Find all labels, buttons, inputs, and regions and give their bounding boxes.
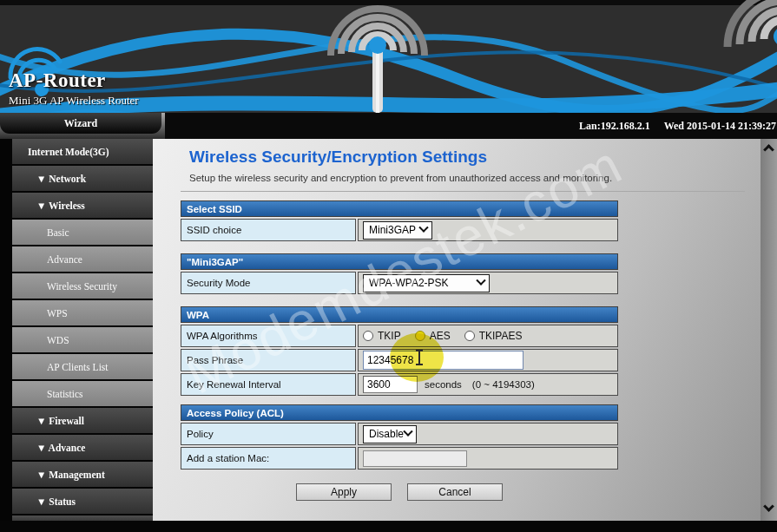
sidebar-item-wireless-security[interactable]: Wireless Security (12, 273, 153, 299)
radio-tkip-icon[interactable] (363, 331, 373, 341)
section-acl: Access Policy (ACL) Policy Disable Add a… (181, 404, 618, 470)
key-renewal-label: Key Renewal Interval (181, 373, 356, 396)
sidebar-item-statistics[interactable]: Statistics (12, 381, 153, 406)
ssid-choice-label: SSID choice (181, 219, 356, 241)
row-pass-phrase: Pass Phrase (181, 349, 618, 371)
section-wpa: WPA WPA Algorithms TKIP AES (181, 306, 618, 396)
row-ssid-choice: SSID choice Mini3GAP (181, 219, 618, 241)
radio-option-tkipaes[interactable]: TKIPAES (464, 330, 523, 342)
main-content: Wireless Security/Encryption Settings Se… (153, 139, 761, 521)
key-renewal-input[interactable] (363, 376, 418, 393)
sidebar-item-ap-clients-list[interactable]: AP Clients List (12, 354, 153, 379)
sidebar-item-wds[interactable]: WDS (12, 327, 153, 352)
cancel-button[interactable]: Cancel (407, 483, 503, 501)
row-policy: Policy Disable (181, 423, 618, 445)
station-mac-input[interactable] (363, 450, 467, 467)
tab-wizard[interactable]: Wizard (0, 113, 161, 134)
body: Internet Mode(3G) ▼ Network ▼ Wireless B… (0, 139, 777, 521)
chevron-down-icon (476, 276, 485, 286)
radio-tkip-label: TKIP (378, 330, 401, 342)
status-bar: Lan:192.168.2.1 Wed 2015-01-14 21:39:27 (165, 113, 777, 139)
section-ssid-name: "Mini3GAP" Security Mode WPA-WPA2-PSK (181, 253, 618, 294)
lan-ip-text: Lan:192.168.2.1 (579, 120, 650, 133)
sidebar-item-wireless[interactable]: ▼ Wireless (12, 193, 153, 218)
row-station-mac: Add a station Mac: (181, 447, 618, 470)
chevron-down-icon (418, 223, 428, 233)
security-mode-label: Security Mode (181, 272, 356, 294)
brand-block: AP-Router Mini 3G AP Wireless Router (9, 69, 139, 108)
sidebar-item-wps[interactable]: WPS (12, 300, 153, 325)
radio-tkipaes-label: TKIPAES (479, 330, 523, 342)
pass-phrase-input[interactable] (363, 351, 523, 370)
pass-phrase-label: Pass Phrase (181, 349, 356, 371)
sidebar-item-advance-sub[interactable]: Advance (12, 246, 153, 272)
section-header-select-ssid: Select SSID (181, 200, 618, 217)
section-header-acl: Access Policy (ACL) (181, 404, 618, 421)
page-title: Wireless Security/Encryption Settings (189, 148, 761, 167)
wpa-algorithms-label: WPA Algorithms (181, 325, 356, 347)
policy-selected-value: Disable (369, 428, 404, 440)
key-renewal-range: (0 ~ 4194303) (472, 379, 535, 390)
footer-strip (0, 521, 777, 532)
router-admin-page: AP-Router Mini 3G AP Wireless Router Wiz… (0, 0, 777, 532)
ssid-choice-select[interactable]: Mini3GAP (363, 221, 432, 240)
text-cursor-icon (415, 350, 424, 365)
button-row: Apply Cancel (296, 483, 761, 501)
sidebar-item-network[interactable]: ▼ Network (12, 166, 153, 191)
key-renewal-unit: seconds (425, 379, 462, 390)
brand-subtitle: Mini 3G AP Wireless Router (9, 94, 139, 108)
page-description: Setup the wireless security and encrypti… (189, 173, 761, 183)
apply-button[interactable]: Apply (296, 483, 392, 501)
sidebar-item-management[interactable]: ▼ Management (12, 462, 153, 487)
section-header-ssid-name: "Mini3GAP" (181, 253, 618, 270)
scroll-down-icon[interactable] (763, 501, 774, 512)
sidebar-item-firewall[interactable]: ▼ Firewall (12, 408, 153, 433)
tab-strip: Wizard (0, 113, 165, 139)
radio-tkipaes-icon[interactable] (464, 331, 475, 341)
row-key-renewal: Key Renewal Interval seconds (0 ~ 419430… (181, 373, 618, 396)
row-security-mode: Security Mode WPA-WPA2-PSK (181, 272, 618, 294)
policy-select[interactable]: Disable (363, 425, 417, 443)
brand-title: AP-Router (9, 69, 139, 92)
divider-line (181, 191, 745, 192)
sidebar-item-basic[interactable]: Basic (12, 220, 153, 245)
section-header-wpa: WPA (181, 306, 618, 323)
radio-option-tkip[interactable]: TKIP (363, 330, 401, 342)
topbar: Wizard Lan:192.168.2.1 Wed 2015-01-14 21… (0, 113, 777, 139)
wpa-algorithms-radio-group: TKIP AES TKIPAES (363, 330, 522, 342)
datetime-text: Wed 2015-01-14 21:39:27 (664, 120, 776, 133)
radio-aes-icon[interactable] (415, 331, 425, 341)
security-mode-selected-value: WPA-WPA2-PSK (369, 277, 449, 289)
radio-aes-label: AES (430, 330, 451, 342)
security-mode-select[interactable]: WPA-WPA2-PSK (363, 274, 490, 292)
row-wpa-algorithms: WPA Algorithms TKIP AES (181, 325, 618, 347)
vertical-scrollbar[interactable] (761, 139, 777, 521)
sidebar-item-internet-mode[interactable]: Internet Mode(3G) (12, 139, 153, 164)
policy-label: Policy (181, 423, 356, 445)
ssid-choice-selected-value: Mini3GAP (369, 224, 416, 236)
sidebar-item-status[interactable]: ▼ Status (12, 489, 153, 514)
section-select-ssid: Select SSID SSID choice Mini3GAP (181, 200, 618, 241)
sidebar-item-advance[interactable]: ▼ Advance (12, 435, 153, 460)
scroll-up-icon[interactable] (763, 144, 774, 155)
radio-option-aes[interactable]: AES (415, 330, 451, 342)
chevron-down-icon (403, 427, 412, 437)
sidebar-menu: Internet Mode(3G) ▼ Network ▼ Wireless B… (0, 139, 153, 521)
station-mac-label: Add a station Mac: (181, 447, 356, 470)
